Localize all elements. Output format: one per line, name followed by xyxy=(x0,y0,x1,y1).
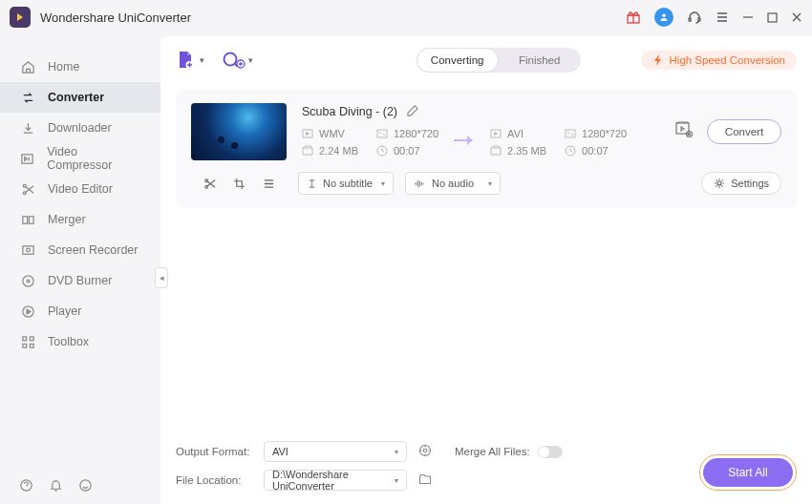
sidebar-item-recorder[interactable]: Screen Recorder xyxy=(0,235,160,265)
svg-rect-23 xyxy=(377,130,387,137)
svg-point-34 xyxy=(423,449,427,452)
merger-icon xyxy=(19,213,36,227)
output-format-label: Output Format: xyxy=(176,446,252,457)
settings-button[interactable]: Settings xyxy=(701,172,781,195)
dst-size: 2.35 MB xyxy=(490,145,549,157)
compressor-icon xyxy=(19,152,35,166)
high-speed-label: High Speed Conversion xyxy=(670,54,785,66)
svg-rect-26 xyxy=(566,130,575,137)
arrow-right-icon xyxy=(454,134,475,151)
trim-icon[interactable] xyxy=(203,178,216,190)
edit-name-icon[interactable] xyxy=(407,103,419,120)
svg-rect-6 xyxy=(22,216,27,223)
sidebar-item-player[interactable]: Player xyxy=(0,296,160,326)
svg-point-5 xyxy=(23,191,26,194)
avatar-icon[interactable] xyxy=(654,8,673,27)
sidebar-item-label: Video Editor xyxy=(48,182,113,196)
chevron-down-icon: ▾ xyxy=(395,448,398,456)
app-title: Wondershare UniConverter xyxy=(40,10,626,25)
svg-rect-16 xyxy=(30,344,33,347)
svg-point-4 xyxy=(23,184,26,187)
grid-icon xyxy=(19,335,36,349)
minimize-button[interactable] xyxy=(742,11,754,23)
headset-icon[interactable] xyxy=(687,10,702,25)
convert-button[interactable]: Convert xyxy=(707,119,781,144)
sidebar-item-merger[interactable]: Merger xyxy=(0,204,160,235)
feedback-icon[interactable] xyxy=(78,478,93,493)
dst-duration: 00:07 xyxy=(565,145,627,157)
maximize-button[interactable] xyxy=(767,12,778,23)
tab-finished[interactable]: Finished xyxy=(499,48,581,73)
sidebar-item-downloader[interactable]: Downloader xyxy=(0,113,160,143)
src-size: 2.24 MB xyxy=(302,145,361,157)
sidebar-item-label: Player xyxy=(48,304,81,318)
crop-icon[interactable] xyxy=(233,178,246,190)
chevron-down-icon: ▾ xyxy=(395,476,398,485)
video-thumbnail[interactable] xyxy=(191,103,287,160)
output-preset-icon[interactable] xyxy=(674,120,694,143)
bell-icon[interactable] xyxy=(49,478,63,493)
sidebar-collapse-button[interactable]: ◂ xyxy=(155,267,168,288)
close-button[interactable] xyxy=(791,11,802,23)
start-all-highlight: Start All xyxy=(699,454,797,491)
svg-point-9 xyxy=(26,248,30,252)
chevron-down-icon: ▾ xyxy=(248,55,253,65)
subtitle-select[interactable]: No subtitle ▾ xyxy=(298,172,394,195)
svg-point-1 xyxy=(662,13,666,17)
sidebar-item-label: Downloader xyxy=(48,121,112,135)
file-location-select[interactable]: D:\Wondershare UniConverter ▾ xyxy=(264,470,407,491)
app-logo xyxy=(10,7,31,28)
svg-point-10 xyxy=(22,275,32,285)
svg-point-18 xyxy=(80,480,91,491)
file-location-label: File Location: xyxy=(176,474,252,486)
disc-icon xyxy=(19,274,36,288)
svg-point-31 xyxy=(204,185,207,188)
src-duration: 00:07 xyxy=(376,145,438,157)
svg-rect-15 xyxy=(22,344,26,347)
sidebar-item-converter[interactable]: Converter xyxy=(0,82,160,113)
tab-converting[interactable]: Converting xyxy=(417,48,499,73)
src-format: WMV xyxy=(302,128,361,139)
svg-point-20 xyxy=(224,53,237,66)
sidebar-item-home[interactable]: Home xyxy=(0,52,160,82)
dst-format: AVI xyxy=(490,128,549,139)
add-url-button[interactable]: ▾ xyxy=(222,51,253,70)
open-folder-icon[interactable] xyxy=(418,472,432,488)
gift-icon[interactable] xyxy=(626,10,641,25)
chevron-down-icon: ▾ xyxy=(488,179,492,188)
more-icon[interactable] xyxy=(263,178,275,190)
svg-point-11 xyxy=(27,280,30,283)
sidebar-item-label: Video Compressor xyxy=(47,145,141,172)
sidebar-item-toolbox[interactable]: Toolbox xyxy=(0,326,160,357)
menu-icon[interactable] xyxy=(716,10,729,24)
download-icon xyxy=(19,121,36,136)
svg-point-30 xyxy=(204,178,207,181)
svg-rect-13 xyxy=(22,336,26,340)
sidebar-item-dvd[interactable]: DVD Burner xyxy=(0,265,160,296)
sidebar-item-compressor[interactable]: Video Compressor xyxy=(0,143,160,174)
chevron-down-icon: ▾ xyxy=(381,179,385,188)
recorder-icon xyxy=(19,243,36,258)
sidebar-item-editor[interactable]: Video Editor xyxy=(0,174,160,204)
converter-icon xyxy=(19,91,36,105)
audio-select[interactable]: No audio ▾ xyxy=(405,172,501,195)
sidebar-item-label: Merger xyxy=(48,213,86,226)
output-settings-icon[interactable] xyxy=(418,444,432,459)
scissors-icon xyxy=(19,182,36,197)
sidebar-item-label: Screen Recorder xyxy=(48,243,139,257)
chevron-down-icon: ▾ xyxy=(200,55,204,65)
sidebar-item-label: Home xyxy=(48,60,79,74)
output-format-select[interactable]: AVI ▾ xyxy=(264,441,407,462)
sidebar-item-label: DVD Burner xyxy=(48,274,112,287)
svg-rect-8 xyxy=(22,245,32,253)
sidebar-item-label: Toolbox xyxy=(48,335,89,348)
merge-label: Merge All Files: xyxy=(455,446,530,457)
dst-resolution: 1280*720 xyxy=(565,128,627,139)
file-name: Scuba Diving - (2) xyxy=(302,105,397,118)
merge-toggle[interactable] xyxy=(538,446,563,458)
start-all-button[interactable]: Start All xyxy=(703,458,793,487)
svg-rect-14 xyxy=(30,336,33,340)
add-file-button[interactable]: ▾ xyxy=(176,50,204,71)
help-icon[interactable] xyxy=(19,478,33,493)
high-speed-button[interactable]: High Speed Conversion xyxy=(641,51,797,70)
